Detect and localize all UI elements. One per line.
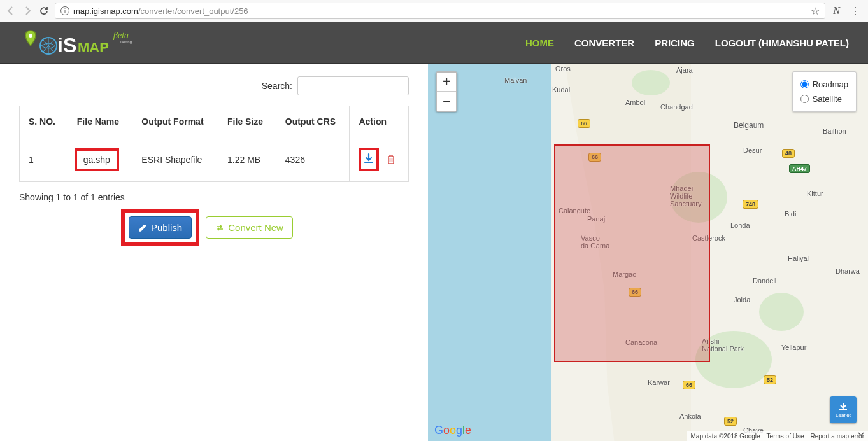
svg-text:MAP: MAP xyxy=(78,39,109,55)
map-label: Joida xyxy=(734,296,750,304)
attrib-data: Map data ©2018 Google xyxy=(690,433,760,440)
map-label: Kittur xyxy=(807,190,823,197)
map-label: Chandgad xyxy=(660,103,693,111)
cell-output-format: ESRI Shapefile xyxy=(132,137,218,182)
map-label: Desur xyxy=(743,146,762,154)
publish-button[interactable]: Publish xyxy=(129,216,192,239)
map-label: Oros xyxy=(555,65,571,73)
svg-text:Testing: Testing xyxy=(120,40,132,44)
extension-icon[interactable]: N xyxy=(830,5,843,17)
map-label: Dandeli xyxy=(753,277,776,284)
map-label: Ankola xyxy=(679,412,701,420)
col-output-crs[interactable]: Output CRS xyxy=(276,106,350,137)
map-label: Londa xyxy=(730,221,750,229)
convert-new-button[interactable]: Convert New xyxy=(206,216,293,239)
map-label: Bidi xyxy=(785,210,796,218)
scroll-down-icon[interactable] xyxy=(857,430,865,438)
site-info-icon[interactable]: i xyxy=(60,6,69,15)
reload-icon[interactable] xyxy=(38,5,50,17)
map-label: Belgaum xyxy=(734,121,764,130)
address-bar[interactable]: i map.igismap.com/converter/convert_outp… xyxy=(55,3,825,19)
delete-icon[interactable] xyxy=(387,155,395,166)
download-arrow-icon xyxy=(837,402,849,411)
col-action[interactable]: Action xyxy=(350,106,409,137)
svg-text:iS: iS xyxy=(57,34,76,57)
map-label: Yellapur xyxy=(781,344,806,351)
road-shield: 748 xyxy=(743,200,758,209)
road-shield: AH47 xyxy=(789,164,810,173)
roadmap-radio[interactable] xyxy=(800,80,809,88)
road-shield: 66 xyxy=(578,119,590,128)
svg-text:βeta: βeta xyxy=(113,31,129,40)
selection-overlay xyxy=(554,144,710,362)
col-sno[interactable]: S. NO. xyxy=(20,106,68,137)
url-text: map.igismap.com/converter/convert_output… xyxy=(73,6,248,16)
map-type-selector: Roadmap Satellite xyxy=(792,71,857,112)
map-label: Karwar xyxy=(648,379,670,386)
pager-info: Showing 1 to 1 of 1 entries xyxy=(19,192,409,202)
results-table: S. NO. File Name Output Format File Size… xyxy=(19,106,409,182)
leaflet-badge[interactable]: Leaflet xyxy=(830,396,857,423)
zoom-out-button[interactable]: − xyxy=(437,92,456,111)
col-output-format[interactable]: Output Format xyxy=(132,106,218,137)
map-label: Malvan xyxy=(504,76,527,84)
zoom-controls: + − xyxy=(436,71,457,112)
bookmark-star-icon[interactable]: ☆ xyxy=(811,5,820,17)
back-icon[interactable] xyxy=(5,5,17,17)
search-input[interactable] xyxy=(297,76,409,95)
google-logo: Google xyxy=(434,424,471,437)
nav-logout[interactable]: LOGOUT (HIMANSHU PATEL) xyxy=(715,38,849,48)
zoom-in-button[interactable]: + xyxy=(437,73,456,92)
cell-output-crs: 4326 xyxy=(276,137,350,182)
map-label: Dharwa xyxy=(836,267,860,275)
search-label: Search: xyxy=(262,81,292,91)
map-label: Bailhon xyxy=(823,127,846,135)
road-shield: 52 xyxy=(764,375,776,384)
publish-label: Publish xyxy=(151,222,182,233)
convert-new-label: Convert New xyxy=(228,222,283,233)
map-label: Kudal xyxy=(552,86,570,94)
logo[interactable]: iS MAP βeta Testing xyxy=(19,27,134,59)
road-shield: 52 xyxy=(724,417,737,426)
nav-converter[interactable]: CONVERTER xyxy=(574,38,634,48)
main-nav: HOME CONVERTER PRICING LOGOUT (HIMANSHU … xyxy=(525,38,849,48)
road-shield: 48 xyxy=(782,149,795,158)
nav-home[interactable]: HOME xyxy=(525,38,554,48)
map-type-roadmap[interactable]: Roadmap xyxy=(800,77,848,92)
cell-file-size: 1.22 MB xyxy=(218,137,276,182)
map-label: Ajara xyxy=(676,66,693,74)
cell-sno: 1 xyxy=(20,137,68,182)
cell-filename: ga.shp xyxy=(75,148,119,171)
road-shield: 66 xyxy=(683,381,695,389)
map-attribution: Map data ©2018 Google Terms of Use Repor… xyxy=(687,431,868,441)
forward-icon[interactable] xyxy=(22,5,33,17)
map-label: Haliyal xyxy=(788,255,809,262)
svg-point-0 xyxy=(29,34,32,38)
map-panel[interactable]: Malvan Oros Kudal Amboli Ajara Chandgad … xyxy=(428,64,868,441)
chrome-menu-icon[interactable]: ⋮ xyxy=(848,5,863,17)
pencil-icon xyxy=(138,223,147,232)
map-type-satellite[interactable]: Satellite xyxy=(800,92,848,106)
swap-icon xyxy=(215,223,224,232)
browser-toolbar: i map.igismap.com/converter/convert_outp… xyxy=(0,0,868,22)
col-filename[interactable]: File Name xyxy=(68,106,132,137)
download-icon[interactable] xyxy=(363,154,374,167)
table-row: 1 ga.shp ESRI Shapefile 1.22 MB 4326 xyxy=(20,137,409,182)
map-label: Amboli xyxy=(625,99,647,106)
col-file-size[interactable]: File Size xyxy=(218,106,276,137)
app-header: iS MAP βeta Testing HOME CONVERTER PRICI… xyxy=(0,22,868,64)
left-panel: Search: S. NO. File Name Output Format F… xyxy=(0,64,428,441)
map-canvas[interactable]: Malvan Oros Kudal Amboli Ajara Chandgad … xyxy=(428,64,868,441)
attrib-terms[interactable]: Terms of Use xyxy=(767,433,804,440)
satellite-radio[interactable] xyxy=(800,95,809,103)
nav-pricing[interactable]: PRICING xyxy=(655,38,695,48)
